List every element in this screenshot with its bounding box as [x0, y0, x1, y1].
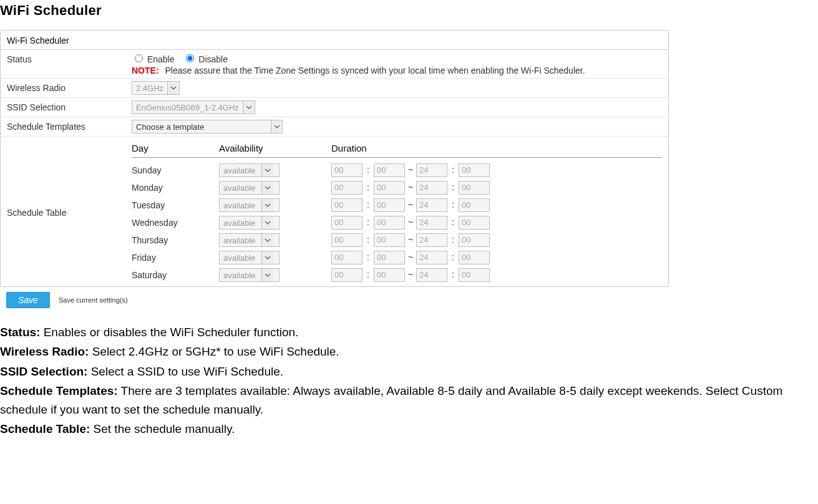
availability-select[interactable]: available [219, 233, 280, 247]
schedule-table-header: Day Availability Duration [132, 139, 662, 158]
chevron-down-icon [261, 251, 273, 264]
descriptions-section: Status: Enables or disables the WiFi Sch… [0, 323, 818, 439]
availability-select[interactable]: available [219, 251, 280, 264]
availability-value: available [220, 183, 261, 193]
end-min-input[interactable]: 00 [459, 198, 490, 212]
start-min-input[interactable]: 00 [374, 163, 405, 177]
schedule-duration: 00:00~24:00 [331, 198, 662, 212]
schedule-row: Thursdayavailable00:00~24:00 [132, 231, 662, 249]
chevron-down-icon [261, 216, 273, 229]
schedule-day-label: Friday [132, 253, 219, 263]
start-hour-input[interactable]: 00 [331, 181, 363, 195]
schedule-duration: 00:00~24:00 [331, 163, 662, 177]
schedule-templates-value: Choose a template [132, 122, 271, 132]
status-disable-radio[interactable] [186, 54, 194, 62]
schedule-header-day: Day [132, 143, 219, 153]
panel-title: Wi-Fi Scheduler [1, 31, 668, 50]
end-min-input[interactable]: 00 [459, 268, 490, 282]
availability-value: available [220, 201, 261, 210]
schedule-day-label: Thursday [132, 235, 219, 245]
ssid-selection-label: SSID Selection [7, 100, 132, 112]
ssid-selection-row: SSID Selection EnGenius05B069_1-2.4GHz [1, 98, 668, 117]
chevron-down-icon [271, 120, 282, 133]
availability-value: available [220, 271, 261, 280]
page-title: WiFi Scheduler [0, 2, 818, 19]
ssid-selection-value: EnGenius05B069_1-2.4GHz [132, 103, 243, 112]
schedule-templates-label: Schedule Templates [7, 120, 132, 132]
wireless-radio-value: 2.4GHz [132, 84, 167, 93]
schedule-duration: 00:00~24:00 [331, 181, 662, 195]
desc-schedule-templates: Schedule Templates: There are 3 template… [0, 382, 818, 419]
availability-select[interactable]: available [219, 181, 280, 195]
save-caption: Save current setting(s) [59, 296, 128, 304]
availability-select[interactable]: available [219, 216, 280, 230]
schedule-templates-select[interactable]: Choose a template [132, 120, 283, 133]
start-min-input[interactable]: 00 [374, 216, 405, 230]
schedule-day-label: Tuesday [132, 200, 219, 210]
schedule-day-label: Wednesday [132, 218, 219, 228]
schedule-table-row-container: Schedule Table Day Availability Duration… [1, 137, 668, 286]
chevron-down-icon [261, 199, 273, 211]
start-hour-input[interactable]: 00 [331, 198, 363, 212]
status-row: Status Enable Disable NOTE: Please assur… [1, 50, 668, 79]
wireless-radio-select[interactable]: 2.4GHz [132, 81, 180, 95]
status-note-label: NOTE: [132, 65, 159, 75]
availability-value: available [220, 218, 261, 228]
wireless-radio-row: Wireless Radio 2.4GHz [1, 79, 668, 98]
end-hour-input[interactable]: 24 [416, 181, 447, 195]
wifi-scheduler-panel: Wi-Fi Scheduler Status Enable Disable NO… [0, 30, 669, 287]
chevron-down-icon [261, 182, 273, 194]
status-label: Status [7, 52, 132, 64]
status-note: NOTE: Please assure that the Time Zone S… [132, 65, 662, 75]
end-hour-input[interactable]: 24 [416, 198, 447, 212]
chevron-down-icon [261, 269, 273, 281]
status-disable-option[interactable]: Disable [183, 54, 228, 64]
schedule-day-label: Saturday [132, 270, 219, 280]
schedule-row: Sundayavailable00:00~24:00 [132, 162, 662, 179]
status-enable-option[interactable]: Enable [132, 54, 177, 64]
end-hour-input[interactable]: 24 [416, 268, 447, 282]
end-hour-input[interactable]: 24 [416, 216, 447, 230]
start-min-input[interactable]: 00 [374, 198, 405, 212]
desc-status: Status: Enables or disables the WiFi Sch… [0, 323, 818, 341]
start-hour-input[interactable]: 00 [331, 233, 363, 247]
start-hour-input[interactable]: 00 [331, 163, 363, 177]
wireless-radio-label: Wireless Radio [7, 81, 132, 93]
availability-value: available [220, 236, 261, 245]
availability-value: available [220, 253, 261, 263]
end-min-input[interactable]: 00 [459, 181, 490, 195]
save-button[interactable]: Save [6, 292, 50, 308]
availability-select[interactable]: available [219, 198, 280, 212]
desc-ssid-selection: SSID Selection: Select a SSID to use WiF… [0, 362, 818, 380]
chevron-down-icon [243, 101, 255, 114]
schedule-duration: 00:00~24:00 [331, 233, 662, 247]
status-note-text: Please assure that the Time Zone Setting… [165, 65, 585, 75]
start-min-input[interactable]: 00 [374, 181, 405, 195]
start-hour-input[interactable]: 00 [331, 268, 363, 282]
schedule-duration: 00:00~24:00 [331, 268, 662, 282]
end-hour-input[interactable]: 24 [416, 233, 447, 247]
schedule-duration: 00:00~24:00 [331, 251, 662, 264]
start-hour-input[interactable]: 00 [331, 251, 363, 264]
end-min-input[interactable]: 00 [459, 251, 490, 264]
schedule-day-label: Monday [132, 183, 219, 193]
availability-value: available [220, 166, 261, 175]
schedule-header-availability: Availability [219, 143, 331, 153]
end-hour-input[interactable]: 24 [416, 163, 447, 177]
schedule-row: Saturdayavailable00:00~24:00 [132, 266, 662, 284]
start-min-input[interactable]: 00 [374, 268, 405, 282]
status-enable-radio[interactable] [135, 54, 143, 62]
ssid-selection-select[interactable]: EnGenius05B069_1-2.4GHz [132, 100, 255, 114]
schedule-table-label: Schedule Table [7, 206, 132, 218]
start-hour-input[interactable]: 00 [331, 216, 363, 230]
end-min-input[interactable]: 00 [459, 233, 490, 247]
availability-select[interactable]: available [219, 268, 280, 282]
start-min-input[interactable]: 00 [374, 233, 405, 247]
end-hour-input[interactable]: 24 [416, 251, 447, 264]
end-min-input[interactable]: 00 [459, 163, 490, 177]
schedule-row: Fridayavailable00:00~24:00 [132, 249, 662, 266]
start-min-input[interactable]: 00 [374, 251, 405, 264]
end-min-input[interactable]: 00 [459, 216, 490, 230]
chevron-down-icon [261, 164, 273, 177]
availability-select[interactable]: available [219, 163, 280, 177]
